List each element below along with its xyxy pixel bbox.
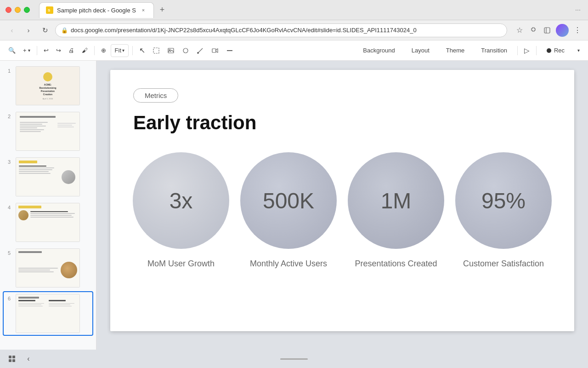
present-button[interactable]: ▷ <box>521 44 532 57</box>
line-tool-button[interactable] <box>194 44 207 57</box>
minimize-button[interactable] <box>15 7 21 13</box>
rec-label: Rec <box>554 47 565 54</box>
tab-close-button[interactable]: × <box>140 6 147 14</box>
slide-canvas[interactable]: Metrics Early traction 3x MoM User Growt… <box>110 70 574 331</box>
metric-item-2: 500K Monthly Active Users <box>240 152 337 270</box>
add-dropdown-icon: ▾ <box>28 48 30 53</box>
nav-bar: ‹ › ↻ 🔒 docs.google.com/presentation/d/1… <box>0 20 588 40</box>
more-tool-button[interactable] <box>223 44 236 57</box>
svg-point-7 <box>183 48 188 53</box>
shape-tool-button[interactable] <box>179 44 192 57</box>
maximize-button[interactable] <box>24 7 30 13</box>
slide-number-2: 2 <box>6 112 13 119</box>
address-bar[interactable]: 🔒 docs.google.com/presentation/d/1Kj-JNC… <box>55 23 507 37</box>
title-bar: S Sample pitch deck - Google S × + ⋯ <box>0 0 588 20</box>
close-button[interactable] <box>6 7 11 13</box>
slide-preview-2 <box>16 112 80 151</box>
add-icon: + <box>23 47 27 54</box>
metric-item-1: 3x MoM User Growth <box>133 152 229 270</box>
tab-bar: S Sample pitch deck - Google S × + <box>39 2 570 18</box>
insert-button[interactable]: + ▾ <box>20 44 33 57</box>
svg-rect-13 <box>9 359 11 362</box>
grid-view-button[interactable] <box>6 352 18 365</box>
print-button[interactable]: 🖨 <box>66 44 77 57</box>
fit-dropdown[interactable]: Fit ▾ <box>111 44 129 57</box>
toolbar: 🔍 + ▾ ↩ ↪ 🖨 🖌 ⊕ Fit ▾ ↖ <box>0 40 588 61</box>
bottom-left-buttons: ‹ <box>6 350 35 368</box>
slide-number-4: 4 <box>6 203 13 210</box>
metric-item-3: 1M Presentations Created <box>348 152 444 270</box>
active-tab[interactable]: S Sample pitch deck - Google S × <box>39 2 154 18</box>
metric-circle-1: 3x <box>133 152 229 249</box>
fit-arrow-icon: ▾ <box>122 48 124 53</box>
search-button[interactable]: 🔍 <box>6 44 18 57</box>
svg-rect-9 <box>212 49 216 52</box>
extensions-icon[interactable] <box>528 25 538 35</box>
fit-label: Fit <box>115 47 121 54</box>
slide-panel: 1 ACME:RevolutionizingPresentationCreati… <box>0 61 96 350</box>
metric-label-4: Customer Satisfaction <box>463 258 544 270</box>
profile-avatar[interactable] <box>556 24 569 37</box>
panel-toggle-button[interactable]: ‹ <box>22 352 35 365</box>
slide-preview-1: ACME:RevolutionizingPresentationCreation… <box>16 66 80 105</box>
window-controls: ⋯ <box>573 7 582 13</box>
back-button[interactable]: ‹ <box>6 24 18 37</box>
metrics-row: 3x MoM User Growth 500K Monthly Active U… <box>133 152 551 270</box>
forward-button[interactable]: › <box>22 24 35 37</box>
sidebar-icon[interactable] <box>542 25 552 35</box>
metric-value-2: 500K <box>263 188 314 213</box>
metric-circle-4: 95% <box>455 152 552 249</box>
traffic-lights <box>6 7 30 13</box>
lock-icon: 🔒 <box>61 27 68 34</box>
bookmark-icon[interactable]: ☆ <box>514 25 525 35</box>
layout-button[interactable]: Layout <box>405 44 436 58</box>
svg-rect-2 <box>544 28 550 33</box>
bottom-bar: ‹ <box>0 350 588 368</box>
slide-preview-4 <box>16 203 80 242</box>
select-tool-button[interactable] <box>150 44 163 57</box>
slide-thumb-4[interactable]: 4 <box>4 201 92 244</box>
svg-rect-4 <box>153 48 159 53</box>
metric-item-4: 95% Customer Satisfaction <box>455 152 552 270</box>
metric-label-3: Presentations Created <box>355 258 437 270</box>
slide-number-3: 3 <box>6 157 13 165</box>
transition-button[interactable]: Transition <box>475 44 514 58</box>
theme-button[interactable]: Theme <box>440 44 471 58</box>
toolbar-separator-4 <box>517 46 518 55</box>
record-button[interactable]: Rec <box>540 44 571 58</box>
background-button[interactable]: Background <box>356 44 401 58</box>
paint-button[interactable]: 🖌 <box>79 44 90 57</box>
reload-button[interactable]: ↻ <box>39 24 51 37</box>
toolbar-separator-1 <box>37 46 37 55</box>
metric-value-1: 3x <box>170 188 193 213</box>
svg-rect-11 <box>9 356 11 358</box>
zoom-button[interactable]: ⊕ <box>98 44 109 57</box>
new-tab-button[interactable]: + <box>156 4 169 17</box>
slide-thumb-5[interactable]: 5 <box>4 247 92 289</box>
slide-number-1: 1 <box>6 66 13 74</box>
more-options-icon[interactable]: ⋮ <box>572 25 582 35</box>
slide-preview-5 <box>16 248 80 288</box>
slide-thumb-2[interactable]: 2 <box>4 110 92 153</box>
svg-point-8 <box>197 52 199 54</box>
redo-button[interactable]: ↪ <box>53 44 64 57</box>
canvas-area: Metrics Early traction 3x MoM User Growt… <box>96 61 588 350</box>
metric-circle-3: 1M <box>348 152 444 249</box>
svg-rect-10 <box>227 50 232 51</box>
cursor-tool-button[interactable]: ↖ <box>136 44 148 57</box>
slide-preview-3 <box>16 157 80 196</box>
slide-thumb-6[interactable]: 6 <box>4 292 92 335</box>
tab-title: Sample pitch deck - Google S <box>57 7 136 14</box>
slide-thumb-3[interactable]: 3 <box>4 155 92 198</box>
slide-thumb-1[interactable]: 1 ACME:RevolutionizingPresentationCreati… <box>4 64 92 107</box>
undo-button[interactable]: ↩ <box>41 44 51 57</box>
tab-favicon: S <box>46 6 53 14</box>
slide-title: Early traction <box>133 112 551 134</box>
rec-dropdown-button[interactable]: ▾ <box>575 44 582 57</box>
metric-value-3: 1M <box>381 188 412 213</box>
toolbar-right: Background Layout Theme Transition ▷ Rec… <box>356 44 582 58</box>
image-tool-button[interactable] <box>164 44 177 57</box>
svg-point-6 <box>169 49 170 51</box>
toolbar-separator-2 <box>94 46 95 55</box>
video-tool-button[interactable] <box>209 44 221 57</box>
